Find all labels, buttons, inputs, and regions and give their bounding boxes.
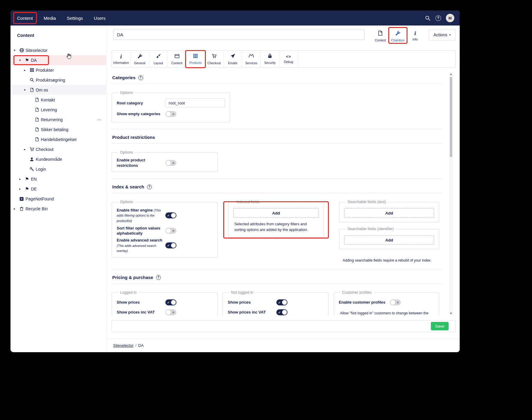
tree-item-pagenotfound[interactable]: PageNotFound	[11, 194, 106, 204]
section-title: Pricing & purchase	[112, 275, 153, 280]
enable-filter-engine-label: Enable filter engine (This adds filterin…	[117, 208, 165, 224]
toggle-enable-filter-engine[interactable]	[165, 212, 176, 218]
toggle-enable-advanced-search[interactable]	[165, 242, 176, 248]
show-prices-label: Show prices	[228, 300, 276, 305]
more-options-icon[interactable]: •••	[97, 118, 106, 122]
tree-item-levering[interactable]: Levering	[11, 105, 106, 115]
caret-right-icon[interactable]: ▸	[24, 148, 29, 151]
toggle-nli-show-prices-inc-vat[interactable]	[276, 309, 287, 315]
scroll-down-icon[interactable]	[450, 313, 452, 314]
caret-right-icon[interactable]: ▸	[24, 68, 29, 72]
code-icon: <>	[286, 54, 291, 59]
tree-item-handelsbetingelser[interactable]: Handelsbetingelser	[11, 134, 106, 144]
toggle-sort-filter-options[interactable]	[165, 228, 176, 234]
tree-item-produkter[interactable]: ▸ Produkter	[11, 65, 106, 75]
toggle-li-show-prices[interactable]	[165, 299, 176, 305]
nav-item-users[interactable]: Users	[94, 10, 106, 26]
page-title-input[interactable]	[113, 29, 365, 40]
chevron-down-icon: ▾	[449, 33, 451, 36]
tree-item-label: Handelsbetingelser	[41, 137, 77, 142]
toggle-show-empty-categories[interactable]	[165, 111, 176, 117]
categories-section: Categories ? Options Root category Show …	[112, 73, 442, 129]
caret-down-icon[interactable]: ▾	[14, 49, 19, 52]
help-icon[interactable]: ?	[435, 15, 441, 21]
tab-content[interactable]: Content	[168, 51, 186, 67]
toggle-li-show-prices-inc-vat[interactable]	[165, 309, 176, 315]
tab-general[interactable]: General	[131, 51, 149, 67]
document-icon	[34, 127, 40, 132]
tree-item-sikker-betaling[interactable]: Sikker betaling	[11, 124, 106, 134]
tree-item-returnering[interactable]: Returnering •••	[11, 115, 106, 124]
caret-down-icon[interactable]: ▾	[19, 58, 24, 62]
info-view-button[interactable]: i Info	[407, 29, 424, 42]
show-prices-inc-vat-label: Show prices inc VAT	[228, 310, 276, 315]
caret-right-icon[interactable]: ▸	[14, 207, 19, 210]
document-icon	[377, 30, 383, 37]
root-category-input[interactable]	[165, 98, 225, 107]
tab-services[interactable]: Services	[242, 51, 261, 67]
scrollbar[interactable]	[449, 72, 453, 316]
index-search-section: Index & search ? Options Enable filter e…	[112, 182, 442, 269]
tree-item-om-os[interactable]: ▾ Om os	[11, 85, 106, 95]
tree-item-de[interactable]: ▸ ⚑ DE	[11, 184, 106, 194]
searchable-text-add-button[interactable]: Add	[344, 208, 434, 218]
tab-information[interactable]: i Information	[112, 51, 131, 67]
cart-icon	[29, 147, 35, 152]
tab-debug[interactable]: <> Debug	[279, 51, 298, 67]
toggle-enable-customer-profiles[interactable]	[390, 299, 401, 305]
nav-item-media[interactable]: Media	[44, 10, 56, 26]
search-icon	[29, 78, 35, 82]
toggle-enable-product-restrictions[interactable]	[165, 160, 176, 166]
help-icon[interactable]: ?	[147, 184, 152, 189]
chainbox-view-button[interactable]: Chainbox	[389, 29, 407, 42]
searchable-identifier-add-button[interactable]: Add	[344, 235, 434, 245]
nav-item-content[interactable]: Content	[17, 10, 33, 26]
indexed-fields-add-button[interactable]: Add	[233, 208, 319, 218]
main-panel: Content Chainbox i Info Actions ▾ i	[107, 26, 460, 352]
info-icon: i	[414, 30, 416, 36]
categories-options-fieldset: Options Root category Show empty categor…	[112, 91, 230, 122]
caret-right-icon[interactable]: ▸	[19, 177, 24, 181]
scrollbar-thumb[interactable]	[450, 77, 452, 157]
app-window: Content Media Settings Users ? M Content	[11, 10, 460, 352]
tree-item-recycle-bin[interactable]: ▸ Recycle Bin	[11, 204, 106, 214]
breadcrumb-root-link[interactable]: Siteselector	[113, 343, 134, 348]
tree-item-label: Kundeområde	[36, 157, 62, 162]
caret-down-icon[interactable]: ▾	[24, 88, 29, 92]
tree-item-checkout[interactable]: ▸ Checkout	[11, 144, 106, 154]
tree-item-kundeomrade[interactable]: Kundeområde	[11, 154, 106, 164]
sidebar-section-title: Content	[11, 26, 106, 40]
tree-item-produktsogning[interactable]: Produktsøgning	[11, 75, 106, 85]
help-icon[interactable]: ?	[138, 75, 143, 80]
tree-item-label: Returnering	[41, 117, 63, 122]
index-options-fieldset: Options Enable filter engine (This adds …	[112, 200, 218, 257]
tab-emails[interactable]: Emails	[224, 51, 242, 67]
tree-item-siteselector[interactable]: ▾ Siteselector	[11, 45, 106, 55]
tree-item-login[interactable]: Login	[11, 164, 106, 174]
caret-right-icon[interactable]: ▸	[19, 187, 24, 190]
globe-icon	[19, 48, 25, 53]
settings-tab-bar: i Information General Layout Content Pro…	[112, 50, 456, 68]
tab-layout[interactable]: Layout	[149, 51, 168, 67]
breadcrumb: Siteselector / DA	[107, 338, 460, 352]
search-icon[interactable]	[425, 15, 431, 21]
tab-security[interactable]: Security	[261, 51, 279, 67]
tab-products[interactable]: Products	[186, 51, 205, 67]
toggle-nli-show-prices[interactable]	[276, 299, 287, 305]
tree-item-en[interactable]: ▸ ⚑ EN	[11, 174, 106, 184]
tree-item-label: EN	[31, 177, 37, 182]
avatar[interactable]: M	[446, 14, 454, 22]
trash-icon	[19, 206, 25, 211]
actions-button[interactable]: Actions ▾	[429, 29, 455, 40]
content-tree-sidebar: Content ▾ Siteselector ▾ ⚑ DA ▸ Produkte…	[11, 26, 107, 352]
help-icon[interactable]: ?	[156, 275, 161, 280]
content-view-button[interactable]: Content	[372, 29, 389, 42]
tree-item-kontakt[interactable]: Kontakt	[11, 95, 106, 105]
tab-label: Checkout	[207, 61, 221, 65]
tree-item-da[interactable]: ▾ ⚑ DA	[11, 55, 106, 65]
nav-item-settings[interactable]: Settings	[67, 10, 83, 26]
tab-checkout[interactable]: Checkout	[205, 51, 224, 67]
scroll-up-icon[interactable]	[450, 73, 452, 75]
save-button[interactable]: Save	[431, 322, 449, 330]
enable-customer-profiles-label: Enable customer profiles	[339, 300, 390, 305]
